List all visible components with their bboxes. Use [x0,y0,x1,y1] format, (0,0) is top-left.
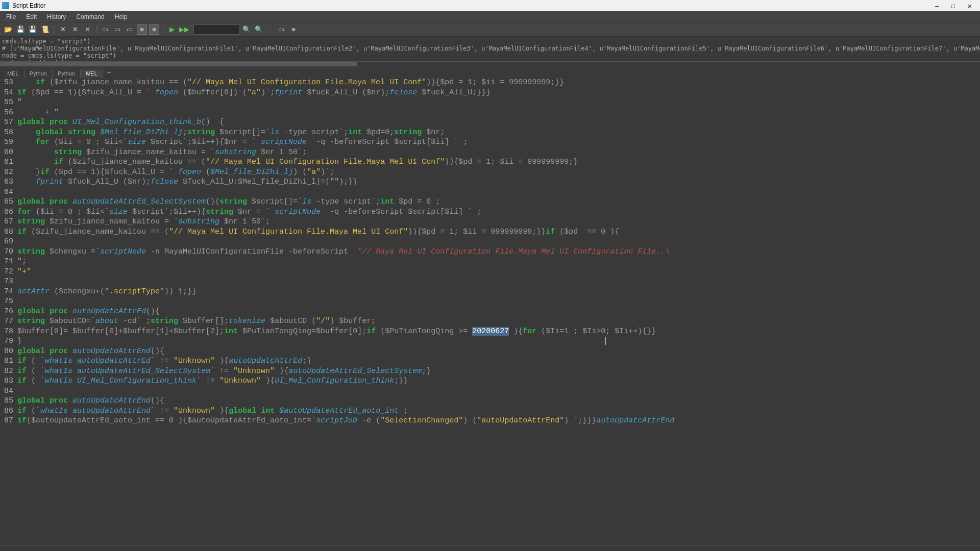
output-horizontal-scrollbar[interactable] [0,61,980,67]
echo-commands-icon[interactable]: ≡ [137,24,147,35]
maximize-button[interactable]: ☐ [945,1,962,11]
selected-text: 20200627 [472,327,509,336]
line-number-gutter: 53 54 55 56 57 58 59 60 61 62 63 64 65 6… [0,78,15,545]
menu-help[interactable]: Help [111,12,132,21]
show-both-icon[interactable]: ▭ [125,24,135,35]
text-cursor [605,337,606,345]
menu-file[interactable]: File [2,12,20,21]
menu-edit[interactable]: Edit [22,12,41,21]
clear-all-icon[interactable]: ✕ [82,24,92,35]
execute-all-icon[interactable]: ▶▶ [179,24,189,35]
tab-python[interactable]: Python [24,69,53,78]
app-icon [2,2,9,9]
editor-tabs-bar: MEL Python Python MEL + [0,67,980,78]
save-to-shelf-icon[interactable]: 💾 [28,24,38,35]
menu-command[interactable]: Command [72,12,108,21]
toolbar-separator [163,25,163,34]
tab-mel-active[interactable]: MEL [81,69,103,78]
close-button[interactable]: ✕ [962,1,978,11]
toolbar-separator [96,25,96,34]
history-output-panel[interactable]: cmds.ls(type = "script") # [u'MayaMelUIC… [0,37,980,61]
code-editor[interactable]: 53 54 55 56 57 58 59 60 61 62 63 64 65 6… [0,78,980,545]
tab-python[interactable]: Python [53,69,81,78]
search-input[interactable] [193,24,239,35]
window-title-bar: Script Editor — ☐ ✕ [0,0,980,11]
menu-history[interactable]: History [43,12,70,21]
window-controls: — ☐ ✕ [929,1,978,11]
tab-add-button[interactable]: + [103,68,115,78]
clear-input-icon[interactable]: ✕ [70,24,80,35]
clear-history-icon[interactable]: ✕ [58,24,68,35]
tab-mel[interactable]: MEL [2,69,24,78]
execute-icon[interactable]: ▶ [167,24,177,35]
toolbar: 📂 💾 💾 📜 ✕ ✕ ✕ ▭ ▭ ▭ ≡ ≡ ▶ ▶▶ 🔍 🔍 ▭ ≡ [0,22,980,37]
toolbar-separator [54,25,54,34]
indent-icon[interactable]: ≡ [288,24,299,35]
goto-line-icon[interactable]: ▭ [276,24,286,35]
show-history-icon[interactable]: ▭ [100,24,110,35]
load-script-icon[interactable]: 📂 [3,24,13,35]
save-script-icon[interactable]: 💾 [15,24,26,35]
editor-horizontal-scrollbar[interactable] [0,545,980,551]
line-numbers-icon[interactable]: ≡ [149,24,159,35]
menu-bar: File Edit History Command Help [0,11,980,22]
source-script-icon[interactable]: 📜 [40,24,50,35]
scrollbar-thumb[interactable] [0,62,357,66]
show-input-icon[interactable]: ▭ [112,24,122,35]
search-up-icon[interactable]: 🔍 [254,24,264,35]
minimize-button[interactable]: — [929,1,945,11]
window-title: Script Editor [12,2,929,9]
search-down-icon[interactable]: 🔍 [241,24,252,35]
code-area[interactable]: if ($zifu_jiance_name_kaitou == ("// May… [15,78,980,545]
